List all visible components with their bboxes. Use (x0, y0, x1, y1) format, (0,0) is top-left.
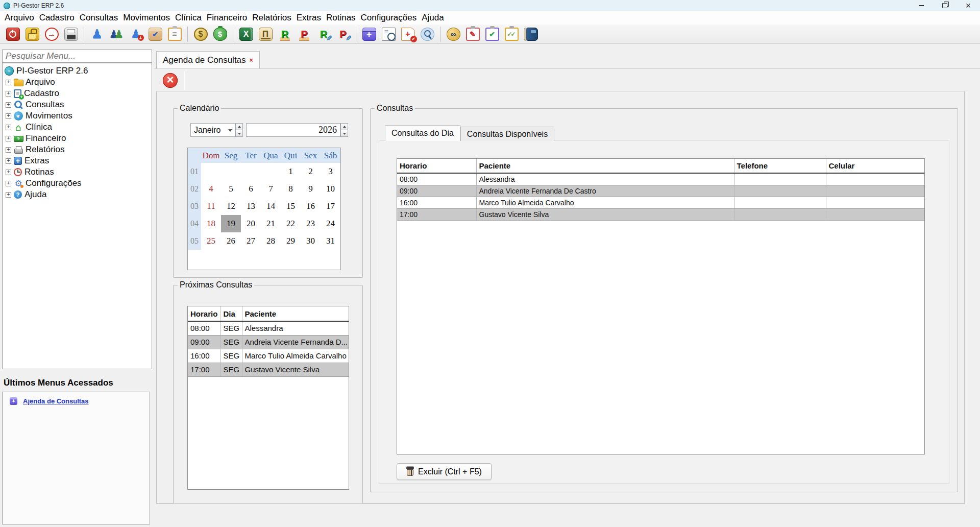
sidebar-item-consultas[interactable]: Consultas (4, 99, 152, 110)
table-row[interactable]: 17:00Gustavo Vicente Silva (397, 208, 925, 220)
sidebar-item-arquivo[interactable]: Arquivo (4, 77, 152, 88)
expand-icon[interactable] (6, 147, 11, 153)
sidebar-item-root[interactable]: PI-Gestor ERP 2.6 (4, 65, 152, 77)
table-cell[interactable]: SEG (220, 321, 242, 335)
expand-icon[interactable] (6, 192, 11, 198)
recent-link-ajenda-de-consultas[interactable]: Ajenda de Consultas (23, 397, 89, 405)
day-cell-18[interactable]: 18 (201, 215, 221, 232)
year-input[interactable]: 2026 (246, 123, 340, 137)
table-cell[interactable]: Gustavo Vicente Silva (476, 208, 734, 220)
receive-money-button[interactable] (275, 26, 295, 43)
table-cell[interactable]: 08:00 (397, 173, 476, 185)
expand-icon[interactable] (6, 91, 11, 97)
day-cell-28[interactable]: 28 (261, 232, 281, 250)
menu-item-configuracoes[interactable]: Configurações (358, 13, 420, 23)
sidebar-item-configuracoes[interactable]: Configurações (4, 178, 152, 189)
table-cell[interactable] (826, 197, 925, 208)
unlock-button[interactable] (22, 26, 42, 43)
tab-close-icon[interactable]: × (250, 57, 254, 63)
table-row[interactable]: 09:00SEGAndreia Vicente Fernanda D... (188, 335, 349, 349)
print-button[interactable] (61, 26, 81, 43)
restore-button[interactable] (933, 0, 957, 11)
day-cell-26[interactable]: 26 (221, 232, 241, 250)
expand-icon[interactable] (6, 136, 11, 141)
spinner-up-icon[interactable] (235, 123, 243, 130)
day-cell-23[interactable]: 23 (301, 215, 321, 232)
sidebar-item-rotinas[interactable]: Rotinas (4, 166, 152, 178)
tab-consultas-disponiveis[interactable]: Consultas Disponíveis (460, 127, 554, 141)
table-cell[interactable] (734, 208, 826, 220)
day-cell-16[interactable]: 16 (301, 198, 321, 215)
day-cell-9[interactable]: 9 (301, 180, 321, 198)
menu-item-financeiro[interactable]: Financeiro (204, 13, 250, 23)
menu-item-clinica[interactable]: Clínica (173, 13, 204, 23)
menu-item-extras[interactable]: Extras (294, 13, 324, 23)
day-cell-12[interactable]: 12 (221, 198, 241, 215)
table-cell[interactable]: 08:00 (188, 321, 220, 335)
expand-icon[interactable] (6, 170, 11, 175)
table-cell[interactable]: 16:00 (397, 197, 476, 208)
menu-item-rotinas[interactable]: Rotinas (324, 13, 358, 23)
pay-money-button[interactable] (295, 26, 314, 43)
package-check-button[interactable] (145, 26, 165, 43)
power-button[interactable] (3, 26, 22, 43)
edit-receivable-button[interactable] (314, 26, 333, 43)
day-cell-11[interactable]: 11 (201, 198, 221, 215)
menu-item-cadastro[interactable]: Cadastro (37, 13, 77, 23)
table-cell[interactable] (826, 185, 925, 197)
table-cell[interactable]: 09:00 (188, 335, 220, 349)
table-cell[interactable] (826, 173, 925, 185)
clipboard-edit-button[interactable] (463, 26, 482, 43)
day-cell-24[interactable]: 24 (321, 215, 340, 232)
table-cell[interactable]: Marco Tulio Almeida Carvalho (242, 349, 349, 363)
expand-icon[interactable] (6, 158, 11, 164)
day-cell-29[interactable]: 29 (281, 232, 301, 250)
day-cell-3[interactable]: 3 (321, 163, 340, 180)
expand-icon[interactable] (6, 102, 11, 108)
table-cell[interactable] (734, 173, 826, 185)
spinner-up-icon[interactable] (340, 123, 348, 130)
medical-document-button[interactable] (398, 26, 418, 43)
table-row[interactable]: 16:00SEGMarco Tulio Almeida Carvalho (188, 349, 349, 363)
table-cell[interactable]: Marco Tulio Almeida Carvalho (476, 197, 734, 208)
close-button[interactable] (957, 0, 980, 11)
coin-dollar-button[interactable] (191, 26, 210, 43)
day-cell-4[interactable]: 4 (201, 180, 221, 198)
day-cell-31[interactable]: 31 (321, 232, 340, 250)
tab-agenda-de-consultas[interactable]: Agenda de Consultas × (156, 51, 260, 68)
day-cell-15[interactable]: 15 (281, 198, 301, 215)
table-cell[interactable]: Gustavo Vicente Silva (242, 363, 349, 376)
spinner-down-icon[interactable] (340, 130, 348, 137)
table-row[interactable]: 16:00Marco Tulio Almeida Carvalho (397, 197, 925, 208)
day-cell-22[interactable]: 22 (281, 215, 301, 232)
table-cell[interactable]: 09:00 (397, 185, 476, 197)
expand-icon[interactable] (6, 181, 11, 186)
day-cell-25[interactable]: 25 (201, 232, 221, 250)
tab-consultas-do-dia[interactable]: Consultas do Dia (385, 125, 460, 141)
month-select[interactable]: Janeiro (190, 123, 235, 137)
document-clock-button[interactable] (379, 26, 398, 43)
day-cell-21[interactable]: 21 (261, 215, 281, 232)
menu-item-relatorios[interactable]: Relatórios (250, 13, 294, 23)
day-cell-2[interactable]: 2 (301, 163, 321, 180)
day-cell-5[interactable]: 5 (221, 180, 241, 198)
table-row[interactable]: 17:00SEGGustavo Vicente Silva (188, 363, 349, 376)
handshake-button[interactable] (444, 26, 463, 43)
clipboard-check-button[interactable] (482, 26, 502, 43)
table-cell[interactable]: SEG (220, 349, 242, 363)
spinner-down-icon[interactable] (235, 130, 243, 137)
search-order-button[interactable] (418, 26, 437, 43)
sidebar-item-cadastro[interactable]: Cadastro (4, 88, 152, 99)
search-menu-input[interactable] (2, 50, 152, 63)
day-cell-1[interactable]: 1 (281, 163, 301, 180)
edit-payable-button[interactable] (333, 26, 353, 43)
day-cell-30[interactable]: 30 (301, 232, 321, 250)
bank-button[interactable] (256, 26, 275, 43)
excluir-button[interactable]: Excluir (Ctrl + F5) (397, 463, 492, 480)
table-cell[interactable]: Alessandra (476, 173, 734, 185)
day-cell-8[interactable]: 8 (281, 180, 301, 198)
menu-item-ajuda[interactable]: Ajuda (419, 13, 446, 23)
table-cell[interactable]: 16:00 (188, 349, 220, 363)
day-cell-6[interactable]: 6 (241, 180, 261, 198)
sidebar-item-clinica[interactable]: Clínica (4, 122, 152, 133)
